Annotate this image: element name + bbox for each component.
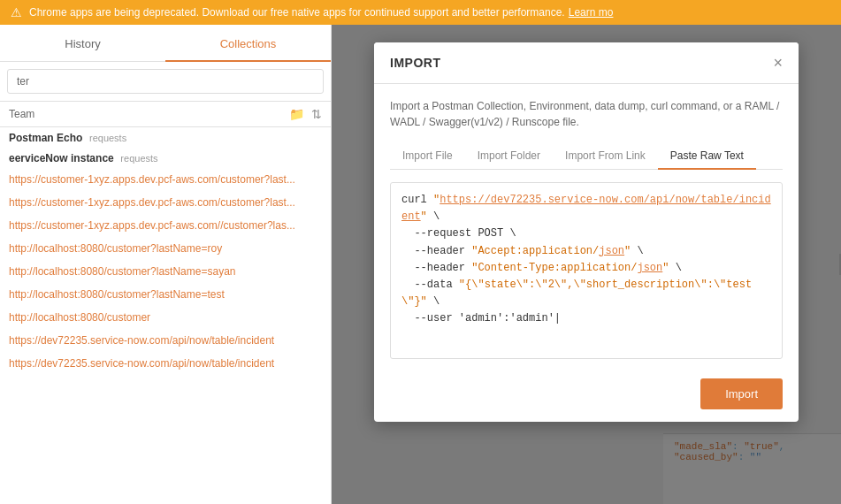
toolbar-icons: 📁 ⇅ (289, 107, 322, 121)
modal-tabs: Import File Import Folder Import From Li… (390, 142, 783, 170)
list-item[interactable]: https://dev72235.service-now.com/api/now… (0, 352, 331, 375)
tab-collections[interactable]: Collections (165, 25, 331, 62)
close-icon[interactable]: × (773, 55, 783, 71)
curl-text-area[interactable]: curl "https://dev72235.service-now.com/a… (390, 182, 783, 359)
modal-description: Import a Postman Collection, Environment… (390, 98, 783, 130)
curl-line-5: --data "{\"state\":\"2\",\"short_descrip… (401, 277, 771, 310)
toolbar-team-label: Team (9, 108, 289, 120)
list-item[interactable]: http://localhost:8080/customer?lastName=… (0, 237, 331, 260)
sidebar-tabs: History Collections (0, 25, 331, 62)
group-sub-servicenow: requests (120, 153, 157, 164)
folder-icon[interactable]: 📁 (289, 107, 304, 121)
modal-title: IMPORT (390, 56, 440, 70)
right-area: IMPORT × Import a Postman Collection, En… (332, 25, 841, 504)
list-item[interactable]: http://localhost:8080/customer (0, 306, 331, 329)
list-item[interactable]: https://customer-1xyz.apps.dev.pcf-aws.c… (0, 214, 331, 237)
sidebar-toolbar: Team 📁 ⇅ (0, 102, 331, 127)
modal-header: IMPORT × (374, 42, 799, 84)
list-item[interactable]: https://dev72235.service-now.com/api/now… (0, 329, 331, 352)
curl-line-4: --header "Content-Type:application/json"… (401, 260, 771, 277)
banner-text: Chrome apps are being deprecated. Downlo… (29, 6, 565, 19)
curl-line-2: --request POST \ (401, 225, 771, 242)
tab-import-folder[interactable]: Import Folder (465, 142, 553, 169)
sort-icon[interactable]: ⇅ (311, 107, 322, 121)
import-button[interactable]: Import (700, 378, 783, 409)
curl-line-1: curl "https://dev72235.service-now.com/a… (401, 192, 771, 225)
tab-paste-raw-text[interactable]: Paste Raw Text (658, 142, 756, 169)
tab-import-file[interactable]: Import File (390, 142, 465, 169)
modal-overlay: IMPORT × Import a Postman Collection, En… (332, 25, 841, 504)
group-sub-postman-echo: requests (89, 133, 126, 143)
search-input[interactable] (7, 69, 324, 94)
list-item[interactable]: http://localhost:8080/customer?lastName=… (0, 260, 331, 283)
list-item[interactable]: https://customer-1xyz.apps.dev.pcf-aws.c… (0, 168, 331, 191)
modal-footer: Import (374, 368, 799, 422)
list-item[interactable]: https://customer-1xyz.apps.dev.pcf-aws.c… (0, 191, 331, 214)
warning-icon: ⚠ (11, 5, 22, 19)
import-modal: IMPORT × Import a Postman Collection, En… (374, 42, 799, 422)
tab-history[interactable]: History (0, 25, 165, 62)
curl-line-6: --user 'admin':'admin'| (401, 310, 771, 327)
group-title-postman-echo: Postman Echo (9, 132, 82, 144)
modal-body: Import a Postman Collection, Environment… (374, 84, 799, 368)
deprecation-banner: ⚠ Chrome apps are being deprecated. Down… (0, 0, 841, 25)
textarea-container: curl "https://dev72235.service-now.com/a… (390, 182, 783, 368)
curl-line-3: --header "Accept:application/json" \ (401, 243, 771, 260)
banner-learn-more-link[interactable]: Learn mo (569, 6, 614, 19)
list-item[interactable]: http://localhost:8080/customer?lastName=… (0, 283, 331, 306)
main-layout: History Collections Team 📁 ⇅ Postman Ech… (0, 25, 841, 504)
group-title-servicenow: eerviceNow instance (9, 152, 114, 164)
sidebar-group-servicenow: eerviceNow instance requests (0, 148, 331, 168)
sidebar-group-postman-echo: Postman Echo requests (0, 127, 331, 148)
tab-import-from-link[interactable]: Import From Link (553, 142, 658, 169)
sidebar: History Collections Team 📁 ⇅ Postman Ech… (0, 25, 332, 504)
sidebar-list: Postman Echo requests eerviceNow instanc… (0, 127, 331, 504)
sidebar-search-area (0, 62, 331, 102)
